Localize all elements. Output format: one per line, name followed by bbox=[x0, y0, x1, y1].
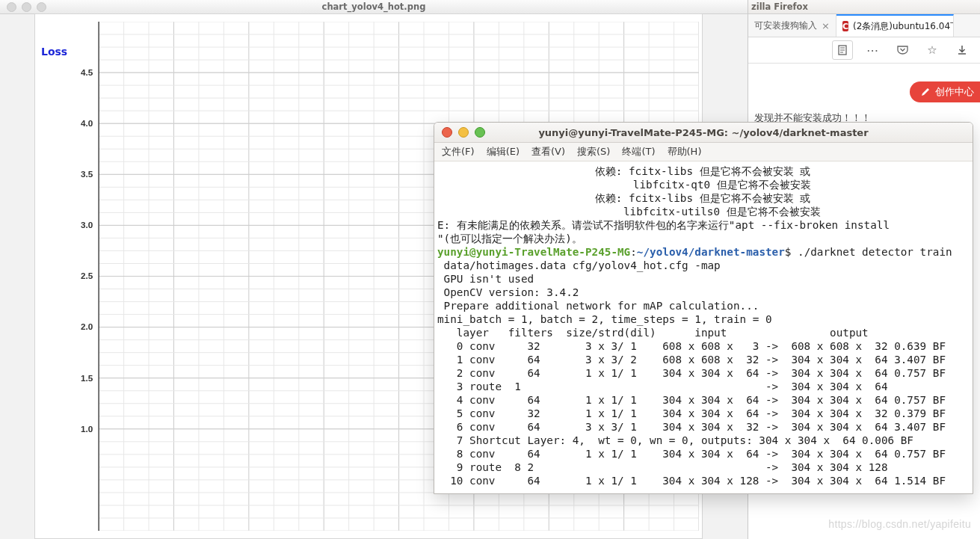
menu-view[interactable]: 查看(V) bbox=[531, 145, 565, 158]
output-line: GPU isn't used bbox=[437, 273, 534, 285]
image-viewer-title: chart_yolov4_hot.png bbox=[0, 1, 748, 12]
layer-row: 10 conv 64 1 x 1/ 1 304 x 304 x 128 -> 3… bbox=[437, 475, 946, 487]
layer-row: 2 conv 64 1 x 1/ 1 304 x 304 x 64 -> 304… bbox=[437, 367, 946, 379]
pencil-icon bbox=[920, 87, 931, 97]
menu-search[interactable]: 搜索(S) bbox=[577, 145, 610, 158]
bookmark-star-icon[interactable]: ☆ bbox=[922, 40, 943, 60]
terminal-window: yunyi@yunyi-TravelMate-P245-MG: ~/yolov4… bbox=[434, 122, 973, 494]
download-icon[interactable] bbox=[952, 40, 973, 60]
terminal-title: yunyi@yunyi-TravelMate-P245-MG: ~/yolov4… bbox=[434, 127, 973, 138]
output-line: OpenCV version: 3.4.2 bbox=[437, 286, 579, 298]
menu-help[interactable]: 帮助(H) bbox=[668, 145, 702, 158]
layer-header: layer filters size/strd(dil) input outpu… bbox=[437, 327, 869, 339]
layer-row: 5 conv 32 1 x 1/ 1 304 x 304 x 64 -> 304… bbox=[437, 407, 946, 419]
dep-line: libfcitx-qt0 但是它将不会被安装 bbox=[437, 178, 968, 191]
firefox-titlebar[interactable]: zilla Firefox bbox=[748, 0, 980, 14]
close-icon[interactable]: × bbox=[822, 20, 830, 31]
terminal-menubar[interactable]: 文件(F) 编辑(E) 查看(V) 搜索(S) 终端(T) 帮助(H) bbox=[434, 143, 973, 161]
menu-edit[interactable]: 编辑(E) bbox=[487, 145, 520, 158]
create-center-button[interactable]: 创作中心 bbox=[910, 81, 980, 102]
close-icon[interactable] bbox=[7, 2, 16, 12]
svg-text:1.5: 1.5 bbox=[81, 373, 93, 383]
terminal-titlebar[interactable]: yunyi@yunyi-TravelMate-P245-MG: ~/yolov4… bbox=[434, 123, 973, 143]
maximize-icon[interactable] bbox=[475, 127, 485, 138]
prompt-path: ~/yolov4/darknet-master bbox=[637, 246, 785, 258]
close-icon[interactable] bbox=[442, 127, 452, 138]
window-controls[interactable] bbox=[442, 127, 485, 138]
dep-line: 依赖: fcitx-libs 但是它将不会被安装 或 bbox=[437, 164, 968, 178]
output-line: Prepare additional network for mAP calcu… bbox=[437, 300, 759, 312]
svg-text:4.5: 4.5 bbox=[81, 67, 93, 77]
tab-label: (2条消息)ubuntu16.04下 bbox=[853, 20, 954, 33]
layer-row: 6 conv 64 3 x 3/ 1 304 x 304 x 32 -> 304… bbox=[437, 421, 946, 433]
prompt-user: yunyi@yunyi-TravelMate-P245-MG bbox=[437, 246, 630, 258]
svg-text:3.0: 3.0 bbox=[81, 220, 93, 230]
dep-line: 依赖: fcitx-libs 但是它将不会被安装 或 bbox=[437, 191, 968, 205]
pocket-icon[interactable] bbox=[892, 40, 913, 60]
command-cont: data/hotimages.data cfg/yolov4_hot.cfg -… bbox=[437, 259, 721, 271]
layer-row: 8 conv 64 1 x 1/ 1 304 x 304 x 64 -> 304… bbox=[437, 448, 946, 460]
dep-line: libfcitx-utils0 但是它将不会被安装 bbox=[437, 205, 968, 218]
maximize-icon[interactable] bbox=[37, 2, 46, 12]
browser-tab-2[interactable]: C (2条消息)ubuntu16.04下 bbox=[836, 14, 954, 37]
layer-row: 1 conv 64 3 x 3/ 2 608 x 608 x 32 -> 304… bbox=[437, 354, 946, 366]
menu-terminal[interactable]: 终端(T) bbox=[622, 145, 655, 158]
layer-row: 4 conv 64 1 x 1/ 1 304 x 304 x 64 -> 304… bbox=[437, 394, 946, 406]
more-icon[interactable]: ⋯ bbox=[862, 40, 883, 60]
create-center-label: 创作中心 bbox=[935, 85, 974, 99]
menu-file[interactable]: 文件(F) bbox=[442, 145, 475, 158]
reader-mode-icon[interactable] bbox=[832, 40, 853, 60]
layer-row: 0 conv 32 3 x 3/ 1 608 x 608 x 3 -> 608 … bbox=[437, 340, 946, 352]
firefox-tabstrip[interactable]: 可安装搜狗输入 × C (2条消息)ubuntu16.04下 bbox=[748, 14, 980, 37]
browser-tab-1[interactable]: 可安装搜狗输入 × bbox=[748, 14, 836, 37]
watermark-text: https://blog.csdn.net/yapifeitu bbox=[828, 518, 971, 530]
minimize-icon[interactable] bbox=[22, 2, 31, 12]
firefox-toolbar: ⋯ ☆ bbox=[748, 37, 980, 64]
layer-row: 7 Shortcut Layer: 4, wt = 0, wn = 0, out… bbox=[437, 434, 913, 446]
minimize-icon[interactable] bbox=[458, 127, 469, 138]
output-line: mini_batch = 1, batch = 2, time_steps = … bbox=[437, 313, 772, 325]
command-text: ./darknet detector train bbox=[798, 246, 952, 258]
layer-row: 3 route 1 -> 304 x 304 x 64 bbox=[437, 381, 888, 392]
y-axis-label: Loss bbox=[41, 46, 67, 58]
favicon-icon: C bbox=[842, 21, 848, 31]
apt-error-line: "(也可以指定一个解决办法)。 bbox=[437, 232, 582, 244]
svg-text:1.0: 1.0 bbox=[81, 424, 93, 434]
tab-label: 可安装搜狗输入 bbox=[754, 19, 817, 32]
svg-text:3.5: 3.5 bbox=[81, 169, 93, 179]
window-controls[interactable] bbox=[7, 2, 46, 12]
apt-error-line: E: 有未能满足的依赖关系。请尝试不指明软件包的名字来运行"apt --fix-… bbox=[437, 219, 890, 231]
svg-text:4.0: 4.0 bbox=[81, 118, 93, 128]
layer-row: 9 route 8 2 -> 304 x 304 x 128 bbox=[437, 461, 888, 473]
svg-text:2.0: 2.0 bbox=[81, 322, 93, 332]
image-viewer-titlebar[interactable]: chart_yolov4_hot.png bbox=[0, 0, 748, 14]
svg-text:2.5: 2.5 bbox=[81, 271, 93, 280]
firefox-window-title: zilla Firefox bbox=[751, 1, 808, 12]
terminal-output[interactable]: 依赖: fcitx-libs 但是它将不会被安装 或 libfcitx-qt0 … bbox=[434, 161, 973, 493]
